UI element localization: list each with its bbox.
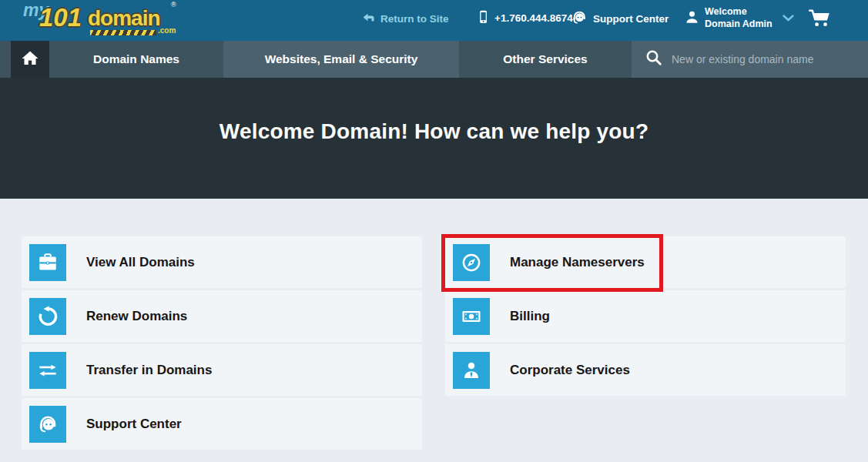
headset-icon	[29, 406, 66, 443]
businessman-icon	[453, 352, 490, 389]
menu-column-right: Manage Nameservers Billing Corporate Ser	[445, 236, 846, 398]
nav-tab-label: Websites, Email & Security	[265, 52, 418, 66]
menu-item-renew-domains[interactable]: Renew Domains	[22, 290, 422, 342]
compass-icon	[453, 244, 490, 281]
site-logo[interactable]: my 101 domain .com ®	[22, 2, 183, 38]
logo-text-com: .com	[158, 26, 176, 35]
menu-item-billing[interactable]: Billing	[445, 290, 846, 342]
support-center-label: Support Center	[593, 13, 669, 25]
menu-item-transfer-in-domains[interactable]: Transfer in Domains	[22, 344, 422, 396]
logo-stripes	[90, 30, 156, 35]
menu-item-view-all-domains[interactable]: View All Domains	[22, 236, 422, 288]
nav-tab-other-services[interactable]: Other Services	[459, 41, 632, 78]
shopping-cart-icon	[808, 9, 831, 30]
menu-item-label: Corporate Services	[510, 363, 630, 378]
banknote-icon	[453, 298, 490, 335]
mobile-phone-icon	[478, 10, 489, 26]
menu-item-manage-nameservers[interactable]: Manage Nameservers	[445, 236, 846, 288]
logo-text-domain: domain	[88, 6, 160, 31]
welcome-user-text: Welcome Domain Admin	[705, 6, 772, 30]
hero-banner: Welcome Domain! How can we help you?	[0, 78, 868, 199]
nav-home-tab[interactable]	[11, 41, 49, 78]
user-icon	[685, 10, 699, 27]
menu-item-support-center[interactable]: Support Center	[22, 398, 422, 450]
briefcase-icon	[29, 244, 66, 281]
nav-tab-websites-email-security[interactable]: Websites, Email & Security	[223, 41, 459, 78]
main-nav: Domain Names Websites, Email & Security …	[0, 41, 868, 78]
account-menu[interactable]: Welcome Domain Admin	[685, 6, 794, 30]
menu-item-label: Support Center	[86, 417, 182, 432]
phone-link[interactable]: +1.760.444.8674	[478, 10, 573, 26]
nav-tab-label: Other Services	[503, 52, 587, 66]
search-icon	[645, 49, 662, 69]
headset-icon	[571, 9, 588, 28]
menu-item-label: Billing	[510, 309, 550, 324]
menu-item-label: Renew Domains	[86, 309, 187, 324]
support-center-link[interactable]: Support Center	[571, 9, 669, 28]
menu-item-label: Transfer in Domains	[86, 363, 212, 378]
domain-search-area	[632, 41, 868, 78]
transfer-icon	[29, 352, 66, 389]
nav-tab-label: Domain Names	[93, 52, 179, 66]
menu-item-label: Manage Nameservers	[510, 255, 645, 270]
nav-tab-domain-names[interactable]: Domain Names	[49, 41, 223, 78]
registered-mark: ®	[171, 1, 176, 8]
menu-column-left: View All Domains Renew Domains Transfer …	[22, 236, 422, 452]
home-icon	[21, 49, 39, 69]
welcome-line2: Domain Admin	[705, 18, 772, 31]
cart-button[interactable]	[808, 9, 831, 30]
logo-text-101: 101	[39, 3, 82, 32]
welcome-line1: Welcome	[705, 6, 772, 18]
phone-number: +1.760.444.8674	[494, 12, 573, 24]
domain-search-input[interactable]	[670, 52, 847, 66]
return-to-site-link[interactable]: Return to Site	[362, 12, 449, 25]
renew-icon	[29, 298, 66, 335]
menu-item-label: View All Domains	[86, 255, 195, 270]
return-arrow-icon	[362, 12, 375, 25]
chevron-down-icon	[783, 12, 794, 24]
topbar: my 101 domain .com ® Return to Site +1.7…	[0, 0, 868, 41]
hero-title: Welcome Domain! How can we help you?	[220, 119, 648, 144]
menu-item-corporate-services[interactable]: Corporate Services	[445, 344, 846, 396]
return-to-site-label: Return to Site	[380, 13, 449, 25]
